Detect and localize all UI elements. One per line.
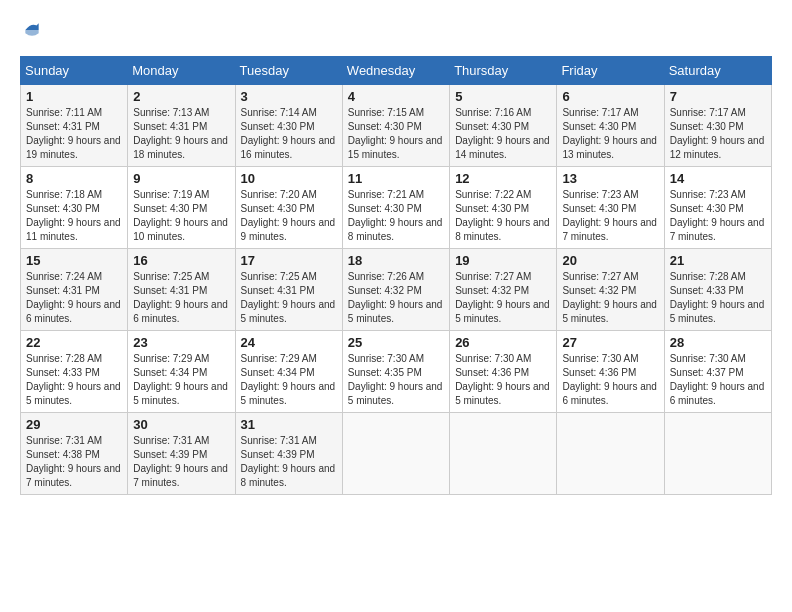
day-info: Sunrise: 7:27 AMSunset: 4:32 PMDaylight:…: [562, 270, 658, 326]
calendar-week-row: 8Sunrise: 7:18 AMSunset: 4:30 PMDaylight…: [21, 167, 772, 249]
day-number: 17: [241, 253, 337, 268]
day-info: Sunrise: 7:30 AMSunset: 4:35 PMDaylight:…: [348, 352, 444, 408]
day-number: 7: [670, 89, 766, 104]
day-number: 16: [133, 253, 229, 268]
day-info: Sunrise: 7:13 AMSunset: 4:31 PMDaylight:…: [133, 106, 229, 162]
calendar-cell: [450, 413, 557, 495]
day-number: 1: [26, 89, 122, 104]
calendar-week-row: 15Sunrise: 7:24 AMSunset: 4:31 PMDayligh…: [21, 249, 772, 331]
calendar-cell: 24Sunrise: 7:29 AMSunset: 4:34 PMDayligh…: [235, 331, 342, 413]
calendar-cell: 19Sunrise: 7:27 AMSunset: 4:32 PMDayligh…: [450, 249, 557, 331]
calendar-cell: 8Sunrise: 7:18 AMSunset: 4:30 PMDaylight…: [21, 167, 128, 249]
day-number: 13: [562, 171, 658, 186]
day-number: 21: [670, 253, 766, 268]
calendar-cell: 5Sunrise: 7:16 AMSunset: 4:30 PMDaylight…: [450, 85, 557, 167]
day-info: Sunrise: 7:25 AMSunset: 4:31 PMDaylight:…: [241, 270, 337, 326]
calendar-cell: 14Sunrise: 7:23 AMSunset: 4:30 PMDayligh…: [664, 167, 771, 249]
day-info: Sunrise: 7:31 AMSunset: 4:38 PMDaylight:…: [26, 434, 122, 490]
calendar-header-row: SundayMondayTuesdayWednesdayThursdayFrid…: [21, 57, 772, 85]
calendar-cell: [664, 413, 771, 495]
day-header-saturday: Saturday: [664, 57, 771, 85]
calendar-cell: 11Sunrise: 7:21 AMSunset: 4:30 PMDayligh…: [342, 167, 449, 249]
calendar-cell: 17Sunrise: 7:25 AMSunset: 4:31 PMDayligh…: [235, 249, 342, 331]
day-info: Sunrise: 7:30 AMSunset: 4:37 PMDaylight:…: [670, 352, 766, 408]
day-info: Sunrise: 7:15 AMSunset: 4:30 PMDaylight:…: [348, 106, 444, 162]
calendar-cell: 12Sunrise: 7:22 AMSunset: 4:30 PMDayligh…: [450, 167, 557, 249]
day-info: Sunrise: 7:21 AMSunset: 4:30 PMDaylight:…: [348, 188, 444, 244]
day-number: 6: [562, 89, 658, 104]
calendar-cell: 21Sunrise: 7:28 AMSunset: 4:33 PMDayligh…: [664, 249, 771, 331]
day-info: Sunrise: 7:29 AMSunset: 4:34 PMDaylight:…: [241, 352, 337, 408]
calendar-cell: 22Sunrise: 7:28 AMSunset: 4:33 PMDayligh…: [21, 331, 128, 413]
calendar-week-row: 1Sunrise: 7:11 AMSunset: 4:31 PMDaylight…: [21, 85, 772, 167]
calendar-cell: 15Sunrise: 7:24 AMSunset: 4:31 PMDayligh…: [21, 249, 128, 331]
day-number: 2: [133, 89, 229, 104]
day-info: Sunrise: 7:23 AMSunset: 4:30 PMDaylight:…: [562, 188, 658, 244]
day-number: 19: [455, 253, 551, 268]
day-info: Sunrise: 7:19 AMSunset: 4:30 PMDaylight:…: [133, 188, 229, 244]
day-info: Sunrise: 7:24 AMSunset: 4:31 PMDaylight:…: [26, 270, 122, 326]
calendar-cell: 3Sunrise: 7:14 AMSunset: 4:30 PMDaylight…: [235, 85, 342, 167]
calendar-cell: [342, 413, 449, 495]
day-number: 24: [241, 335, 337, 350]
day-info: Sunrise: 7:11 AMSunset: 4:31 PMDaylight:…: [26, 106, 122, 162]
day-info: Sunrise: 7:22 AMSunset: 4:30 PMDaylight:…: [455, 188, 551, 244]
page-header: [20, 20, 772, 40]
day-info: Sunrise: 7:18 AMSunset: 4:30 PMDaylight:…: [26, 188, 122, 244]
day-number: 20: [562, 253, 658, 268]
logo-icon: [22, 20, 42, 40]
day-number: 11: [348, 171, 444, 186]
calendar-cell: 29Sunrise: 7:31 AMSunset: 4:38 PMDayligh…: [21, 413, 128, 495]
day-info: Sunrise: 7:16 AMSunset: 4:30 PMDaylight:…: [455, 106, 551, 162]
calendar-cell: 13Sunrise: 7:23 AMSunset: 4:30 PMDayligh…: [557, 167, 664, 249]
calendar-cell: 25Sunrise: 7:30 AMSunset: 4:35 PMDayligh…: [342, 331, 449, 413]
calendar-week-row: 22Sunrise: 7:28 AMSunset: 4:33 PMDayligh…: [21, 331, 772, 413]
day-info: Sunrise: 7:23 AMSunset: 4:30 PMDaylight:…: [670, 188, 766, 244]
calendar-cell: 2Sunrise: 7:13 AMSunset: 4:31 PMDaylight…: [128, 85, 235, 167]
day-number: 10: [241, 171, 337, 186]
day-number: 14: [670, 171, 766, 186]
calendar-cell: 27Sunrise: 7:30 AMSunset: 4:36 PMDayligh…: [557, 331, 664, 413]
calendar-cell: 20Sunrise: 7:27 AMSunset: 4:32 PMDayligh…: [557, 249, 664, 331]
logo: [20, 20, 42, 40]
day-info: Sunrise: 7:20 AMSunset: 4:30 PMDaylight:…: [241, 188, 337, 244]
day-number: 22: [26, 335, 122, 350]
calendar-body: 1Sunrise: 7:11 AMSunset: 4:31 PMDaylight…: [21, 85, 772, 495]
calendar-cell: 1Sunrise: 7:11 AMSunset: 4:31 PMDaylight…: [21, 85, 128, 167]
day-info: Sunrise: 7:30 AMSunset: 4:36 PMDaylight:…: [455, 352, 551, 408]
calendar-cell: 10Sunrise: 7:20 AMSunset: 4:30 PMDayligh…: [235, 167, 342, 249]
day-number: 26: [455, 335, 551, 350]
calendar-cell: 28Sunrise: 7:30 AMSunset: 4:37 PMDayligh…: [664, 331, 771, 413]
day-info: Sunrise: 7:31 AMSunset: 4:39 PMDaylight:…: [241, 434, 337, 490]
calendar-week-row: 29Sunrise: 7:31 AMSunset: 4:38 PMDayligh…: [21, 413, 772, 495]
day-number: 27: [562, 335, 658, 350]
day-number: 4: [348, 89, 444, 104]
day-header-sunday: Sunday: [21, 57, 128, 85]
day-info: Sunrise: 7:17 AMSunset: 4:30 PMDaylight:…: [562, 106, 658, 162]
day-number: 29: [26, 417, 122, 432]
calendar-cell: 9Sunrise: 7:19 AMSunset: 4:30 PMDaylight…: [128, 167, 235, 249]
day-info: Sunrise: 7:27 AMSunset: 4:32 PMDaylight:…: [455, 270, 551, 326]
day-info: Sunrise: 7:17 AMSunset: 4:30 PMDaylight:…: [670, 106, 766, 162]
day-number: 9: [133, 171, 229, 186]
calendar-cell: 18Sunrise: 7:26 AMSunset: 4:32 PMDayligh…: [342, 249, 449, 331]
day-number: 18: [348, 253, 444, 268]
calendar-cell: 31Sunrise: 7:31 AMSunset: 4:39 PMDayligh…: [235, 413, 342, 495]
day-number: 25: [348, 335, 444, 350]
day-number: 23: [133, 335, 229, 350]
day-number: 15: [26, 253, 122, 268]
calendar-table: SundayMondayTuesdayWednesdayThursdayFrid…: [20, 56, 772, 495]
day-header-tuesday: Tuesday: [235, 57, 342, 85]
day-number: 28: [670, 335, 766, 350]
day-number: 3: [241, 89, 337, 104]
calendar-cell: 26Sunrise: 7:30 AMSunset: 4:36 PMDayligh…: [450, 331, 557, 413]
day-info: Sunrise: 7:26 AMSunset: 4:32 PMDaylight:…: [348, 270, 444, 326]
day-number: 5: [455, 89, 551, 104]
day-info: Sunrise: 7:31 AMSunset: 4:39 PMDaylight:…: [133, 434, 229, 490]
day-number: 8: [26, 171, 122, 186]
day-number: 31: [241, 417, 337, 432]
day-info: Sunrise: 7:28 AMSunset: 4:33 PMDaylight:…: [26, 352, 122, 408]
day-info: Sunrise: 7:28 AMSunset: 4:33 PMDaylight:…: [670, 270, 766, 326]
day-number: 12: [455, 171, 551, 186]
calendar-cell: 6Sunrise: 7:17 AMSunset: 4:30 PMDaylight…: [557, 85, 664, 167]
